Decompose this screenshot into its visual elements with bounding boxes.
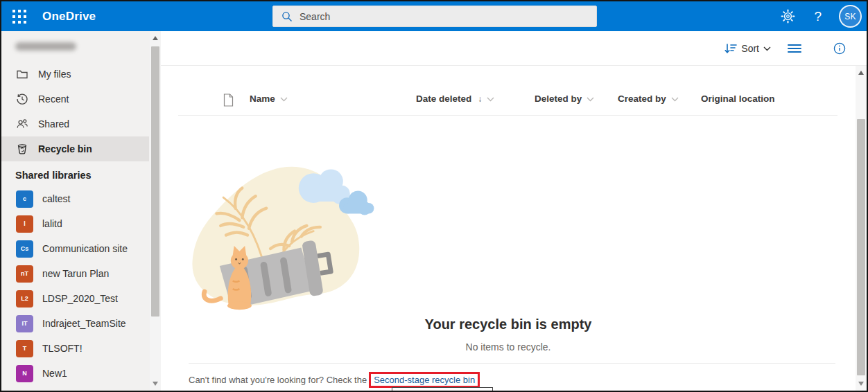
footer-message: Can't find what you're looking for? Chec… <box>189 375 367 385</box>
library-item-caltest[interactable]: c caltest <box>1 186 149 211</box>
library-label: caltest <box>42 193 70 204</box>
column-header-date-deleted[interactable]: Date deleted ↓ <box>416 93 494 104</box>
info-button[interactable] <box>833 42 846 55</box>
chevron-down-icon <box>487 97 494 102</box>
shared-libraries-heading: Shared libraries <box>15 170 161 181</box>
site-logo: T <box>16 340 33 357</box>
sidebar-scrollbar[interactable] <box>150 31 161 391</box>
list-header-row: Name Date deleted ↓ Deleted by Created <box>161 66 856 116</box>
app-launcher-icon[interactable] <box>10 8 28 26</box>
footer-hint: Can't find what you're looking for? Chec… <box>189 372 480 388</box>
sort-icon <box>724 43 737 54</box>
app-title: OneDrive <box>42 10 96 24</box>
library-item-new-tarun-plan[interactable]: nT new Tarun Plan <box>1 261 149 286</box>
view-options-button[interactable] <box>788 44 801 53</box>
sidebar-item-label: Recycle bin <box>38 143 92 154</box>
library-label: lalitd <box>42 218 62 229</box>
document-icon <box>223 93 234 107</box>
waffle-icon <box>12 9 27 24</box>
chevron-down-icon <box>280 97 288 102</box>
header-divider <box>178 115 837 116</box>
shared-people-icon <box>16 118 28 130</box>
sidebar-item-shared[interactable]: Shared <box>1 112 149 136</box>
empty-recycle-bin-illustration <box>161 156 383 314</box>
sort-label: Sort <box>741 43 759 54</box>
main-scrollbar[interactable] <box>856 66 867 391</box>
site-logo: N <box>16 365 33 382</box>
command-bar: Sort <box>161 31 867 66</box>
sidebar-item-my-files[interactable]: My files <box>1 62 149 87</box>
library-item-new1[interactable]: N New1 <box>1 361 149 386</box>
library-item-ldsp-2020-test[interactable]: L2 LDSP_2020_Test <box>1 286 149 311</box>
document-type-column[interactable] <box>223 93 234 107</box>
account-avatar[interactable]: SK <box>839 5 862 28</box>
library-label: new Tarun Plan <box>42 268 109 279</box>
library-label: Indrajeet_TeamSite <box>42 318 126 329</box>
sort-button[interactable]: Sort <box>724 43 771 54</box>
sidebar-item-label: Shared <box>38 118 69 130</box>
folder-icon <box>16 68 28 80</box>
user-name-redacted <box>15 42 76 51</box>
shared-libraries-list: c caltest l lalitd Cs Communication site… <box>1 186 161 386</box>
sidebar-item-recent[interactable]: Recent <box>1 87 149 112</box>
column-header-deleted-by[interactable]: Deleted by <box>535 93 594 104</box>
onedrive-window: OneDrive <box>0 0 868 392</box>
library-item-lalitd[interactable]: l lalitd <box>1 211 149 236</box>
sidebar-nav: My files Recent <box>1 62 161 161</box>
settings-button[interactable] <box>781 9 795 24</box>
site-logo: IT <box>16 315 33 332</box>
site-logo: c <box>16 190 33 208</box>
topbar-actions: ? SK <box>781 1 867 31</box>
site-logo: Cs <box>16 240 33 258</box>
scroll-down-icon[interactable] <box>153 382 158 386</box>
scrollbar-thumb[interactable] <box>857 119 865 375</box>
second-stage-recycle-bin-link[interactable]: Second-stage recycle bin <box>374 375 475 385</box>
search-icon <box>281 11 293 22</box>
empty-state-title: Your recycle bin is empty <box>161 317 856 332</box>
help-button[interactable]: ? <box>814 9 822 24</box>
sidebar-item-recycle-bin[interactable]: Recycle bin <box>1 136 149 161</box>
library-label: New1 <box>42 368 67 379</box>
empty-state-subtitle: No items to recycle. <box>161 341 856 353</box>
sidebar-item-label: Recent <box>38 93 69 105</box>
library-label: TLSOFT! <box>42 343 83 354</box>
site-logo: L2 <box>16 290 33 308</box>
scroll-down-icon[interactable] <box>858 382 864 386</box>
info-icon <box>833 42 846 55</box>
sidebar-item-label: My files <box>38 69 71 80</box>
main-content: Sort <box>161 31 867 391</box>
library-item-communication-site[interactable]: Cs Communication site <box>1 236 149 261</box>
scrollbar-thumb[interactable] <box>151 46 159 317</box>
scroll-up-icon[interactable] <box>153 36 158 40</box>
top-app-bar: OneDrive <box>1 1 867 31</box>
empty-state: Your recycle bin is empty No items to re… <box>161 156 856 353</box>
column-header-created-by[interactable]: Created by <box>618 93 679 104</box>
library-label: Communication site <box>42 243 128 254</box>
gear-icon <box>781 9 795 24</box>
library-item-tlsoft[interactable]: T TLSOFT! <box>1 336 149 361</box>
search-box[interactable] <box>272 6 597 27</box>
column-header-original-location[interactable]: Original location <box>701 93 775 104</box>
annotation-red-box: Second-stage recycle bin <box>369 372 480 388</box>
second-stage-button-partial[interactable] <box>392 387 493 392</box>
recent-icon <box>16 93 28 105</box>
scroll-up-icon[interactable] <box>858 71 864 75</box>
chevron-down-icon <box>587 97 594 102</box>
column-header-name[interactable]: Name <box>250 93 288 104</box>
sorted-descending-icon: ↓ <box>478 94 482 104</box>
sidebar: My files Recent <box>1 31 161 391</box>
library-item-indrajeet-teamsite[interactable]: IT Indrajeet_TeamSite <box>1 311 149 336</box>
library-label: LDSP_2020_Test <box>42 293 118 304</box>
recycle-bin-icon <box>16 143 28 155</box>
chevron-down-icon <box>671 97 679 102</box>
list-view-icon <box>788 44 801 53</box>
footer-divider <box>189 363 835 364</box>
search-input[interactable] <box>300 11 577 22</box>
site-logo: l <box>16 215 33 233</box>
chevron-down-icon <box>763 46 771 51</box>
site-logo: nT <box>16 265 33 283</box>
